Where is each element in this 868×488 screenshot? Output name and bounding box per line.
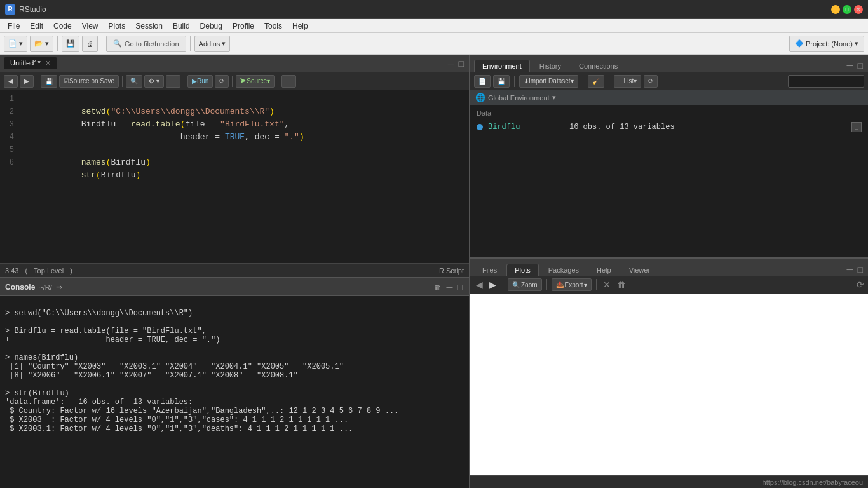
- source-on-save-button[interactable]: ☑ Source on Save: [59, 75, 119, 88]
- menu-view[interactable]: View: [77, 20, 104, 32]
- plots-back-button[interactable]: ◀: [474, 280, 485, 290]
- print-button[interactable]: 🖨: [82, 36, 98, 52]
- tab-viewer[interactable]: Viewer: [621, 264, 658, 276]
- code-area[interactable]: 1 setwd("C:\\Users\\dongg\\Documents\\R"…: [0, 90, 469, 263]
- files-pane-maximize[interactable]: □: [857, 265, 864, 274]
- editor-minimize-button[interactable]: ─: [447, 59, 456, 68]
- editor-status-bar: 3:43 (Top Level) R Script: [0, 263, 469, 277]
- context-level: (: [25, 267, 27, 274]
- plots-clear-button[interactable]: 🗑: [615, 280, 628, 290]
- toolbar-separator-2: [102, 36, 102, 51]
- menu-file[interactable]: File: [3, 20, 25, 32]
- editor-tab-untitled1[interactable]: Untitled1* ✕: [4, 57, 57, 69]
- title-bar: R RStudio ─ □ ✕: [0, 0, 868, 19]
- console-minimize-button[interactable]: ─: [445, 282, 454, 292]
- tab-files[interactable]: Files: [474, 264, 505, 276]
- menu-code[interactable]: Code: [48, 20, 77, 32]
- editor-pane: Untitled1* ✕ ─ □ ◀ ▶ 💾 ☑ Source on Save: [0, 55, 469, 278]
- find-button[interactable]: 🔍: [126, 75, 142, 88]
- environment-content: Data Birdflu 16 obs. of 13 variables □: [470, 105, 868, 257]
- plots-remove-button[interactable]: ✕: [601, 280, 613, 290]
- import-icon: ⬇: [524, 78, 529, 85]
- addins-button[interactable]: Addins ▾: [194, 36, 231, 52]
- menu-debug[interactable]: Debug: [195, 20, 227, 32]
- env-new-script-btn[interactable]: 📄: [474, 75, 491, 88]
- editor-options-button[interactable]: ☰: [281, 75, 296, 88]
- tab-plots[interactable]: Plots: [506, 264, 538, 276]
- files-tab-bar: Files Plots Packages Help Viewer ─ □: [470, 259, 868, 276]
- save-all-button[interactable]: 💾: [62, 36, 79, 52]
- editor-toolbar-sep-2: [122, 76, 123, 87]
- console-output[interactable]: > setwd("C:\\Users\\dongg\\Documents\\R"…: [0, 296, 469, 488]
- re-run-button[interactable]: ⟳: [215, 75, 229, 88]
- code-line-5: 5 names(Birdflu): [0, 144, 469, 156]
- env-broom-btn[interactable]: 🧹: [588, 75, 604, 88]
- tab-packages[interactable]: Packages: [540, 264, 587, 276]
- save-button[interactable]: 💾: [41, 75, 57, 88]
- plot-area: [470, 294, 868, 475]
- app-icon: R: [5, 4, 15, 15]
- environment-pane: Environment History Connections ─ □ 📄 💾 …: [470, 55, 868, 259]
- menu-plots[interactable]: Plots: [104, 20, 131, 32]
- menu-help[interactable]: Help: [287, 20, 313, 32]
- tab-help[interactable]: Help: [588, 264, 620, 276]
- plots-refresh-button[interactable]: ⟳: [857, 280, 864, 290]
- open-button[interactable]: 📂▾: [30, 36, 53, 52]
- env-save-btn[interactable]: 💾: [493, 75, 510, 88]
- plots-toolbar: ◀ ▶ 🔍 Zoom 📤 Export ▾ ✕ 🗑 ⟳: [470, 276, 868, 294]
- code-tools-button[interactable]: ⚙ ▾: [144, 75, 164, 88]
- menu-profile[interactable]: Profile: [227, 20, 259, 32]
- menu-tools[interactable]: Tools: [259, 20, 287, 32]
- console-header: Console ~/R/ ⇒ 🗑 ─ □: [0, 278, 469, 296]
- run-button[interactable]: ▶ Run: [187, 75, 213, 88]
- menu-edit[interactable]: Edit: [25, 20, 48, 32]
- env-list-btn[interactable]: ☰ List ▾: [614, 75, 642, 88]
- env-pane-maximize[interactable]: □: [857, 61, 864, 70]
- plots-export-button[interactable]: 📤 Export ▾: [552, 278, 592, 291]
- minimize-button[interactable]: ─: [831, 5, 840, 14]
- project-button[interactable]: 🔷 Project: (None)▾: [789, 36, 864, 52]
- plots-forward-button[interactable]: ▶: [487, 280, 498, 290]
- tab-close-icon[interactable]: ✕: [45, 59, 51, 67]
- checkbox-icon: ☑: [64, 78, 69, 85]
- code-line-1: 1 setwd("C:\\Users\\dongg\\Documents\\R"…: [0, 93, 469, 105]
- env-import-btn[interactable]: ⬇ Import Dataset ▾: [519, 75, 578, 88]
- go-to-file-button[interactable]: 🔍 Go to file/function: [106, 36, 186, 52]
- menu-build[interactable]: Build: [168, 20, 195, 32]
- close-button[interactable]: ✕: [854, 5, 863, 14]
- env-data-section: Data: [477, 109, 862, 117]
- files-pane-minimize[interactable]: ─: [846, 265, 855, 274]
- env-search-input[interactable]: [788, 75, 864, 88]
- console-title: Console: [5, 283, 35, 292]
- console-clear-button[interactable]: 🗑: [431, 282, 444, 292]
- main-layout: Untitled1* ✕ ─ □ ◀ ▶ 💾 ☑ Source on Save: [0, 55, 868, 488]
- tab-connections[interactable]: Connections: [571, 60, 626, 72]
- env-expand-button[interactable]: □: [851, 122, 862, 132]
- env-refresh-btn[interactable]: ⟳: [644, 75, 658, 88]
- editor-tab-bar: Untitled1* ✕ ─ □: [0, 55, 469, 72]
- url-bar: https://blog.csdn.net/babyfaceou: [763, 478, 863, 486]
- tab-environment[interactable]: Environment: [474, 60, 530, 72]
- console-tools: 🗑 ─ □: [431, 282, 464, 292]
- nav-back-button[interactable]: ◀: [4, 75, 18, 88]
- window-controls[interactable]: ─ □ ✕: [831, 5, 863, 14]
- tab-history[interactable]: History: [531, 60, 569, 72]
- app-title: RStudio: [19, 5, 831, 14]
- maximize-button[interactable]: □: [843, 5, 851, 14]
- plots-zoom-button[interactable]: 🔍 Zoom: [508, 278, 542, 291]
- editor-toolbar-sep-5: [278, 76, 278, 87]
- env-pane-minimize[interactable]: ─: [846, 61, 855, 70]
- globe-icon: 🌐: [475, 93, 485, 102]
- show-outline-button[interactable]: ☰: [166, 75, 180, 88]
- code-line-6: 6 str(Birdflu): [0, 156, 469, 169]
- open-icon: 📂: [34, 39, 43, 48]
- source-button[interactable]: ⮞ Source ▾: [236, 75, 275, 88]
- nav-forward-button[interactable]: ▶: [20, 75, 34, 88]
- console-maximize-button[interactable]: □: [456, 282, 464, 292]
- menu-session[interactable]: Session: [130, 20, 168, 32]
- editor-maximize-button[interactable]: □: [458, 59, 465, 68]
- toolbar-separator-3: [190, 36, 191, 51]
- editor-toolbar-sep-1: [37, 76, 37, 87]
- env-row-birdflu[interactable]: Birdflu 16 obs. of 13 variables □: [477, 119, 862, 135]
- new-file-button[interactable]: 📄▾: [4, 36, 27, 52]
